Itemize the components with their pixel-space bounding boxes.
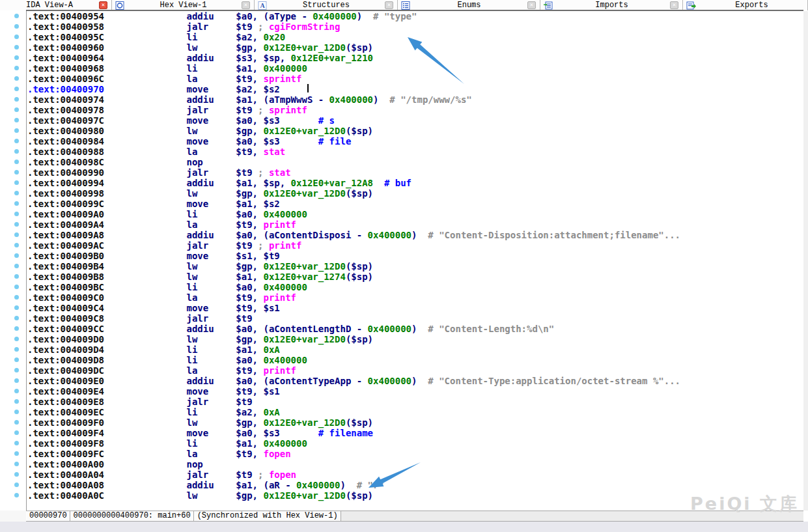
listing-row[interactable]: .text:004009A4 la $t9, printf xyxy=(0,219,803,230)
breakpoint-dot-icon[interactable] xyxy=(14,264,19,268)
breakpoint-dot-icon[interactable] xyxy=(14,191,19,195)
breakpoint-dot-icon[interactable] xyxy=(14,14,19,18)
breakpoint-dot-icon[interactable] xyxy=(14,430,19,435)
listing-row[interactable]: .text:004009E0 addiu $a0, (aContentTypeA… xyxy=(0,376,803,386)
breakpoint-dot-icon[interactable] xyxy=(14,35,19,39)
breakpoint-dot-icon[interactable] xyxy=(14,97,19,102)
breakpoint-dot-icon[interactable] xyxy=(14,285,19,289)
tab-imports[interactable]: Imports✕ xyxy=(540,0,683,10)
tab-close-icon[interactable]: ✕ xyxy=(99,1,107,9)
breakpoint-dot-icon[interactable] xyxy=(14,274,19,279)
listing-row[interactable]: .text:0040096C la $t9, sprintf xyxy=(0,74,803,84)
breakpoint-dot-icon[interactable] xyxy=(14,253,19,258)
breakpoint-dot-icon[interactable] xyxy=(14,410,19,414)
breakpoint-dot-icon[interactable] xyxy=(14,222,19,227)
tab-close-icon[interactable]: ✕ xyxy=(670,1,678,9)
listing-row[interactable]: .text:004009C8 jalr $t9 xyxy=(0,313,803,324)
breakpoint-dot-icon[interactable] xyxy=(14,139,19,143)
listing-row[interactable]: .text:004009F8 li $a1, 0x400000 xyxy=(0,438,803,449)
tab-close-icon[interactable]: ✕ xyxy=(242,1,250,9)
listing-row[interactable]: .text:004009B0 move $s1, $t9 xyxy=(0,251,803,261)
listing-row[interactable]: .text:004009E8 jalr $t9 xyxy=(0,397,803,407)
listing-row[interactable]: .text:004009F0 lw $gp, 0x12E0+var_12D0($… xyxy=(0,417,803,428)
breakpoint-dot-icon[interactable] xyxy=(14,326,19,331)
breakpoint-dot-icon[interactable] xyxy=(14,472,19,477)
listing-row[interactable]: .text:004009C0 la $t9, printf xyxy=(0,292,803,303)
listing-row[interactable]: .text:00400954 addiu $a0, (aType - 0x400… xyxy=(0,11,803,21)
listing-row[interactable]: .text:004009F4 move $a0, $s3 # filename xyxy=(0,428,803,438)
listing-row[interactable]: .text:00400A08 addiu $a1, (aR - 0x400000… xyxy=(0,480,803,490)
breakpoint-dot-icon[interactable] xyxy=(14,337,19,341)
listing-row[interactable]: .text:004009D4 li $a1, 0xA xyxy=(0,344,803,355)
breakpoint-dot-icon[interactable] xyxy=(14,493,19,497)
breakpoint-dot-icon[interactable] xyxy=(14,451,19,456)
breakpoint-dot-icon[interactable] xyxy=(14,347,19,352)
listing-row[interactable]: .text:004009B8 lw $a1, 0x12E0+var_1274($… xyxy=(0,272,803,282)
tab-exports[interactable]: Exports xyxy=(683,0,808,10)
listing-row[interactable]: .text:00400958 jalr $t9 ; cgiFormString xyxy=(0,21,803,32)
listing-row[interactable]: .text:004009D8 li $a0, 0x400000 xyxy=(0,355,803,365)
listing-row[interactable]: .text:004009A8 addiu $a0, (aContentDispo… xyxy=(0,230,803,240)
listing-row[interactable]: .text:00400964 addiu $s3, $sp, 0x12E0+va… xyxy=(0,53,803,63)
listing-row[interactable]: .text:00400A00 nop xyxy=(0,459,803,469)
listing-row[interactable]: .text:0040097C move $a0, $s3 # s xyxy=(0,115,803,126)
breakpoint-dot-icon[interactable] xyxy=(14,212,19,216)
tab-enums[interactable]: Enums✕ xyxy=(398,0,540,10)
listing-row[interactable]: .text:00400978 jalr $t9 ; sprintf xyxy=(0,105,803,115)
breakpoint-dot-icon[interactable] xyxy=(14,399,19,404)
breakpoint-dot-icon[interactable] xyxy=(14,45,19,49)
listing-row[interactable]: .text:004009B4 lw $gp, 0x12E0+var_12D0($… xyxy=(0,261,803,272)
breakpoint-dot-icon[interactable] xyxy=(14,118,19,122)
tab-structures[interactable]: AStructures✕ xyxy=(255,0,398,10)
breakpoint-dot-icon[interactable] xyxy=(14,232,19,237)
breakpoint-dot-icon[interactable] xyxy=(14,378,19,383)
breakpoint-dot-icon[interactable] xyxy=(14,128,19,133)
breakpoint-dot-icon[interactable] xyxy=(14,441,19,445)
listing-row[interactable]: .text:00400A0C lw $gp, 0x12E0+var_12D0($… xyxy=(0,490,803,501)
listing-row[interactable]: .text:00400984 move $a0, $s3 # file xyxy=(0,136,803,147)
breakpoint-dot-icon[interactable] xyxy=(14,389,19,393)
listing-row[interactable]: .text:004009FC la $t9, fopen xyxy=(0,449,803,459)
breakpoint-dot-icon[interactable] xyxy=(14,368,19,372)
listing-row[interactable]: .text:0040098C nop xyxy=(0,157,803,167)
breakpoint-dot-icon[interactable] xyxy=(14,483,19,487)
listing-row[interactable]: .text:00400990 jalr $t9 ; stat xyxy=(0,167,803,178)
breakpoint-dot-icon[interactable] xyxy=(14,420,19,425)
breakpoint-dot-icon[interactable] xyxy=(14,180,19,185)
listing-row[interactable]: .text:00400998 lw $gp, 0x12E0+var_12D0($… xyxy=(0,188,803,199)
breakpoint-dot-icon[interactable] xyxy=(14,87,19,91)
tab-close-icon[interactable]: ✕ xyxy=(527,1,536,9)
listing-row[interactable]: .text:004009C4 move $t9, $s1 xyxy=(0,303,803,313)
tab-hex-view-1[interactable]: Hex View-1✕ xyxy=(112,0,255,10)
listing-row[interactable]: .text:0040099C move $a1, $s2 xyxy=(0,199,803,209)
breakpoint-dot-icon[interactable] xyxy=(14,24,19,29)
breakpoint-dot-icon[interactable] xyxy=(14,462,19,466)
breakpoint-dot-icon[interactable] xyxy=(14,243,19,247)
breakpoint-dot-icon[interactable] xyxy=(14,107,19,112)
breakpoint-dot-icon[interactable] xyxy=(14,66,19,70)
listing-row[interactable]: .text:00400980 lw $gp, 0x12E0+var_12D0($… xyxy=(0,126,803,136)
breakpoint-dot-icon[interactable] xyxy=(14,305,19,310)
breakpoint-dot-icon[interactable] xyxy=(14,201,19,206)
listing-row[interactable]: .text:004009D0 lw $gp, 0x12E0+var_12D0($… xyxy=(0,334,803,344)
listing-row[interactable]: .text:00400968 li $a1, 0x400000 xyxy=(0,63,803,74)
listing-row[interactable]: .text:00400970 move $a2, $s2 xyxy=(0,84,803,94)
listing-row[interactable]: .text:00400994 addiu $a1, $sp, 0x12E0+va… xyxy=(0,178,803,188)
breakpoint-dot-icon[interactable] xyxy=(14,149,19,154)
breakpoint-dot-icon[interactable] xyxy=(14,295,19,300)
listing-row[interactable]: .text:004009AC jalr $t9 ; printf xyxy=(0,240,803,251)
listing-row[interactable]: .text:004009CC addiu $a0, (aContentLengt… xyxy=(0,324,803,334)
listing-row[interactable]: .text:004009BC li $a0, 0x400000 xyxy=(0,282,803,292)
tab-ida-view-a[interactable]: IDA View-A✕ xyxy=(0,0,112,10)
listing-row[interactable]: .text:004009A0 li $a0, 0x400000 xyxy=(0,209,803,219)
breakpoint-dot-icon[interactable] xyxy=(14,357,19,362)
breakpoint-dot-icon[interactable] xyxy=(14,160,19,164)
listing-row[interactable]: .text:0040095C li $a2, 0x20 xyxy=(0,32,803,42)
listing-row[interactable]: .text:00400A04 jalr $t9 ; fopen xyxy=(0,469,803,480)
listing-row[interactable]: .text:00400960 lw $gp, 0x12E0+var_12D0($… xyxy=(0,42,803,53)
listing-row[interactable]: .text:004009DC la $t9, printf xyxy=(0,365,803,376)
breakpoint-dot-icon[interactable] xyxy=(14,55,19,60)
listing-row[interactable]: .text:00400988 la $t9, stat xyxy=(0,147,803,157)
breakpoint-dot-icon[interactable] xyxy=(14,316,19,320)
breakpoint-dot-icon[interactable] xyxy=(14,76,19,81)
